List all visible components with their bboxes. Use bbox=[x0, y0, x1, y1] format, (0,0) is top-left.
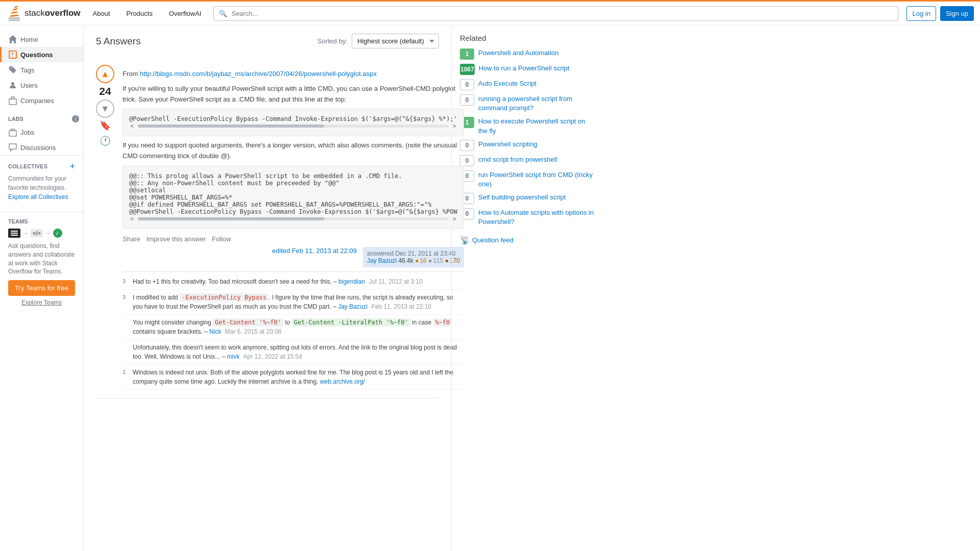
add-collective-button[interactable]: + bbox=[69, 162, 75, 171]
related-link[interactable]: Self building powershell script bbox=[478, 193, 566, 202]
related-link[interactable]: running a powershell script from command… bbox=[478, 94, 596, 113]
comment-user-3[interactable]: Nick bbox=[209, 328, 221, 335]
nav-overflowai[interactable]: OverflowAI bbox=[165, 8, 206, 19]
improve-link[interactable]: Improve this answer bbox=[146, 235, 206, 243]
main-content: 5 Answers Sorted by: Highest score (defa… bbox=[84, 26, 451, 551]
answers-count: 5 Answers bbox=[96, 36, 141, 47]
svg-rect-15 bbox=[11, 235, 18, 236]
login-button[interactable]: Log in bbox=[906, 6, 936, 21]
explore-teams-link[interactable]: Explore Teams bbox=[8, 299, 75, 306]
collectives-label: COLLECTIVES + bbox=[8, 162, 75, 171]
from-line: From http://blogs.msdn.com/b/jaybaz_ms/a… bbox=[122, 69, 464, 80]
labs-info-icon[interactable]: i bbox=[72, 115, 79, 122]
comment-text-3: You might consider changing Get-Content … bbox=[133, 318, 464, 336]
related-link[interactable]: run PowerShell script from CMD (tricky o… bbox=[478, 170, 596, 189]
code-nav-long-left[interactable]: < bbox=[130, 215, 134, 222]
search-input[interactable] bbox=[231, 10, 893, 17]
sidebar-item-companies[interactable]: Companies bbox=[0, 93, 83, 108]
related-section: Related 1 Powershell and Automation 1067… bbox=[460, 34, 596, 245]
teams-check: ✓ bbox=[53, 229, 62, 238]
nav-products[interactable]: Products bbox=[122, 8, 157, 19]
companies-icon bbox=[8, 96, 17, 105]
vote-actions: 🔖 🕐 bbox=[100, 120, 111, 146]
related-item: 0 running a powershell script from comma… bbox=[460, 94, 596, 113]
nav-about[interactable]: About bbox=[89, 8, 114, 19]
sort-dropdown[interactable]: Highest score (default) bbox=[352, 34, 439, 48]
code-nav-left[interactable]: < bbox=[130, 122, 134, 130]
comment-vote-1[interactable]: 3 bbox=[122, 277, 133, 286]
related-link[interactable]: How to Automate scripts with options in … bbox=[478, 208, 596, 227]
code-nav-short: < > bbox=[129, 122, 457, 130]
from-prefix: From bbox=[122, 70, 138, 78]
sort-label: Sorted by: bbox=[317, 37, 348, 45]
user-name-link[interactable]: Jay Bazuzi bbox=[367, 257, 397, 264]
svg-point-8 bbox=[11, 82, 14, 85]
related-score: 0 bbox=[460, 79, 474, 90]
edited-link[interactable]: edited Feb 11, 2013 at 22:09 bbox=[272, 247, 357, 255]
badge-gold: ● 16 bbox=[415, 257, 427, 264]
home-icon bbox=[8, 35, 17, 44]
related-item: 0 Self building powershell script bbox=[460, 193, 596, 204]
comment-code-3b: Get-Content -LiteralPath '%~f0' bbox=[292, 318, 410, 327]
downvote-button[interactable]: ▼ bbox=[96, 99, 114, 118]
sidebar-item-users[interactable]: Users bbox=[0, 78, 83, 93]
comment-user-2[interactable]: Jay Bazuzi bbox=[338, 303, 368, 310]
sidebar-item-home[interactable]: Home bbox=[0, 32, 83, 47]
comment-date-2: Feb 11, 2013 at 22:10 bbox=[372, 303, 431, 310]
right-sidebar: Related 1 Powershell and Automation 1067… bbox=[451, 26, 604, 551]
signup-button[interactable]: Sign up bbox=[940, 6, 974, 21]
related-score: 0 bbox=[460, 155, 474, 166]
teams-arrow2: → bbox=[45, 230, 51, 237]
comment-vote-2[interactable]: 3 bbox=[122, 293, 133, 302]
sidebar-item-jobs[interactable]: Jobs bbox=[0, 124, 83, 140]
logo-text: stackoverflow bbox=[24, 8, 81, 18]
related-item: 1 Powershell and Automation bbox=[460, 48, 596, 60]
comment-vote-5[interactable]: 1 bbox=[122, 368, 133, 377]
from-url-link[interactable]: http://blogs.msdn.com/b/jaybaz_ms/archiv… bbox=[140, 70, 377, 78]
comment-1: 3 Had to +1 this for creativity. Too bad… bbox=[122, 274, 464, 290]
sidebar-item-tags[interactable]: Tags bbox=[0, 62, 83, 78]
related-link[interactable]: cmd script from powershell bbox=[478, 155, 557, 164]
logo[interactable]: stackoverflow bbox=[6, 4, 81, 23]
svg-rect-10 bbox=[11, 97, 14, 99]
svg-rect-12 bbox=[11, 129, 15, 131]
related-link[interactable]: Powershell and Automation bbox=[478, 48, 559, 58]
bookmark-icon[interactable]: 🔖 bbox=[100, 120, 111, 131]
svg-rect-2 bbox=[10, 14, 18, 16]
related-title: Related bbox=[460, 34, 596, 42]
comment-user-5[interactable]: web.archive.org/ bbox=[320, 378, 365, 385]
question-feed-link[interactable]: Question feed bbox=[472, 236, 513, 244]
teams-desc: Ask questions, find answers and collabor… bbox=[8, 242, 75, 276]
upvote-button[interactable]: ▲ bbox=[96, 65, 114, 83]
comment-text-2: I modified to add -ExecutionPolicy Bypas… bbox=[133, 293, 464, 311]
vote-count: 24 bbox=[99, 85, 111, 97]
share-link[interactable]: Share bbox=[122, 235, 140, 243]
comment-user-4[interactable]: mivk bbox=[227, 353, 240, 360]
svg-rect-9 bbox=[9, 99, 16, 105]
teams-section: TEAMS → </> → ✓ Ask questions, find answ… bbox=[0, 212, 83, 312]
svg-rect-5 bbox=[14, 5, 18, 8]
try-teams-button[interactable]: Try Teams for free bbox=[8, 280, 75, 296]
teams-demo: → </> → ✓ bbox=[8, 229, 75, 238]
sidebar-item-questions[interactable]: ? Questions bbox=[0, 47, 83, 62]
code-nav-long-right[interactable]: > bbox=[453, 215, 456, 222]
svg-rect-11 bbox=[9, 131, 16, 136]
comment-5: 1 Windows is indeed not unix. Both of th… bbox=[122, 365, 464, 390]
related-link[interactable]: How to run a PowerShell script bbox=[479, 64, 570, 73]
edited-info: edited Feb 11, 2013 at 22:09 bbox=[272, 247, 357, 255]
related-link[interactable]: Auto Execute Script bbox=[478, 79, 536, 88]
sidebar-item-discussions[interactable]: Discussions bbox=[0, 140, 83, 155]
related-item: 0 Powershell scripting bbox=[460, 140, 596, 151]
badge-silver: ● 115 bbox=[428, 257, 443, 264]
discussions-icon bbox=[8, 143, 17, 152]
related-link[interactable]: Powershell scripting bbox=[478, 140, 537, 149]
code-nav-right[interactable]: > bbox=[453, 122, 456, 130]
teams-code: </> bbox=[31, 229, 43, 237]
follow-link[interactable]: Follow bbox=[212, 235, 231, 243]
comment-user-1[interactable]: bigendian bbox=[338, 278, 365, 285]
history-icon[interactable]: 🕐 bbox=[100, 135, 111, 146]
related-score: 0 bbox=[460, 140, 474, 151]
explore-collectives-link[interactable]: Explore all Collectives bbox=[8, 193, 68, 201]
related-link[interactable]: How to execute Powershell script on the … bbox=[478, 117, 596, 135]
comment-text-5: Windows is indeed not unix. Both of the … bbox=[133, 368, 464, 386]
